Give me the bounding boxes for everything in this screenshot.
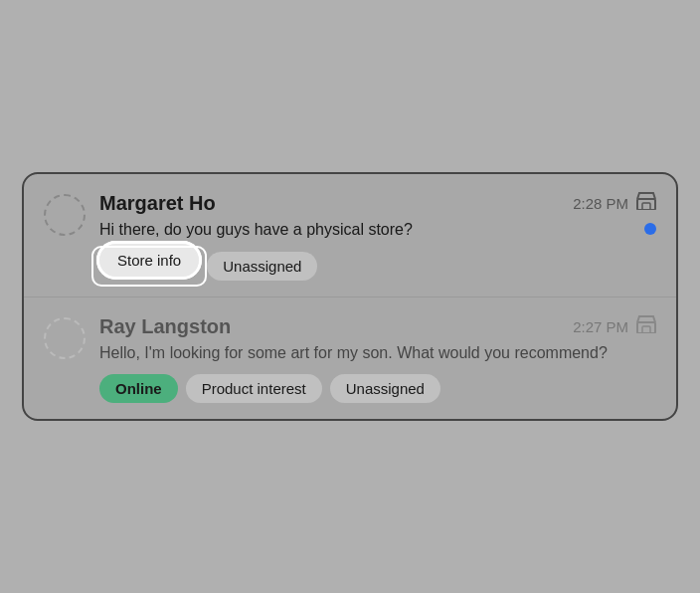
- contact-name: Margaret Ho: [99, 192, 216, 215]
- svg-rect-3: [642, 326, 650, 333]
- timestamp: 2:28 PM: [573, 195, 628, 212]
- conversation-content: Margaret Ho 2:28 PM Hi there, do you guy…: [99, 192, 656, 280]
- avatar-circle: [44, 194, 86, 236]
- avatar: [44, 194, 86, 236]
- conversation-item[interactable]: Margaret Ho 2:28 PM Hi there, do you guy…: [24, 174, 676, 296]
- message-row: Hi there, do you guys have a physical st…: [99, 219, 656, 241]
- svg-rect-1: [642, 203, 650, 210]
- svg-rect-2: [637, 322, 655, 333]
- tag-highlight-wrapper: Store info: [99, 252, 199, 281]
- right-meta: 2:27 PM: [573, 315, 656, 338]
- store-icon: [636, 315, 656, 338]
- tag-store-info[interactable]: Store info: [99, 244, 199, 277]
- unread-dot: [644, 223, 656, 235]
- svg-rect-0: [637, 199, 655, 210]
- right-meta: 2:28 PM: [573, 192, 656, 215]
- conversation-list: Margaret Ho 2:28 PM Hi there, do you guy…: [22, 172, 678, 421]
- tag-unassigned[interactable]: Unassigned: [330, 374, 440, 403]
- conversation-content: Ray Langston 2:27 PM Hello, I'm looking …: [99, 315, 656, 403]
- store-icon: [636, 192, 656, 215]
- avatar-circle: [44, 317, 86, 359]
- conversation-item[interactable]: Ray Langston 2:27 PM Hello, I'm looking …: [24, 297, 676, 419]
- timestamp: 2:27 PM: [573, 318, 628, 335]
- header-row: Margaret Ho 2:28 PM: [99, 192, 656, 215]
- tags-row: Online Product interest Unassigned: [99, 374, 656, 403]
- message-text: Hi there, do you guys have a physical st…: [99, 219, 636, 241]
- message-row: Hello, I'm looking for some art for my s…: [99, 342, 656, 364]
- avatar: [44, 317, 86, 359]
- tag-unassigned[interactable]: Unassigned: [207, 252, 317, 281]
- tag-online[interactable]: Online: [99, 374, 178, 403]
- header-row: Ray Langston 2:27 PM: [99, 315, 656, 338]
- contact-name: Ray Langston: [99, 315, 231, 338]
- message-text: Hello, I'm looking for some art for my s…: [99, 342, 656, 364]
- tags-row: Store info Unassigned: [99, 252, 656, 281]
- tag-product-interest[interactable]: Product interest: [186, 374, 322, 403]
